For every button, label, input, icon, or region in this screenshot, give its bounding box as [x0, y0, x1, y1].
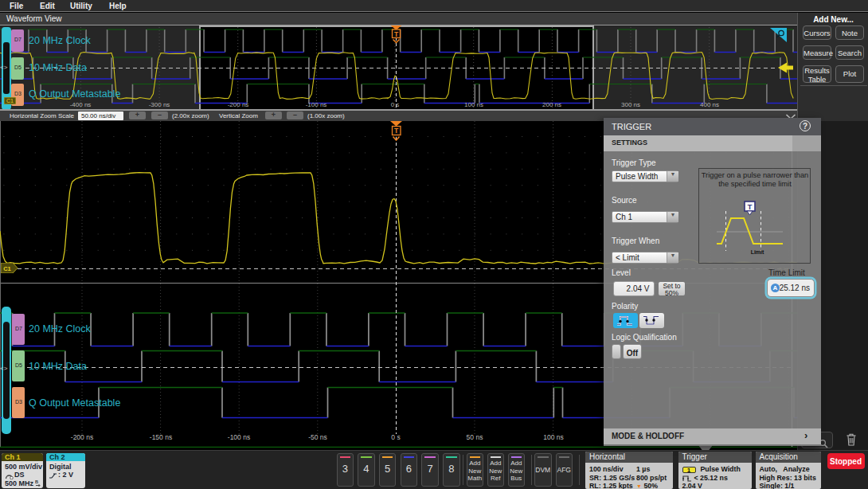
- svg-text:T: T: [748, 203, 753, 211]
- svg-text:-100 ns: -100 ns: [228, 433, 250, 441]
- svg-text:-300 ns: -300 ns: [149, 101, 170, 108]
- svg-text:200 ns: 200 ns: [542, 101, 561, 108]
- svg-text:100 ns: 100 ns: [543, 433, 564, 441]
- svg-text:50 ns: 50 ns: [467, 433, 483, 441]
- svg-text:100 ns: 100 ns: [464, 101, 483, 108]
- svg-text:300 ns: 300 ns: [621, 101, 640, 108]
- svg-text:0 s: 0 s: [391, 433, 400, 441]
- svg-text:-100 ns: -100 ns: [306, 101, 327, 108]
- svg-text:-400 ns: -400 ns: [70, 101, 92, 108]
- svg-text:-150 ns: -150 ns: [150, 433, 172, 441]
- svg-text:B: B: [35, 479, 38, 484]
- svg-text:0 s: 0 s: [391, 101, 400, 108]
- svg-text:C1: C1: [3, 265, 11, 272]
- svg-text:-200 ns: -200 ns: [228, 101, 249, 108]
- svg-text:-50 ns: -50 ns: [308, 433, 327, 441]
- svg-text:Limit: Limit: [751, 249, 764, 255]
- svg-text:400 ns: 400 ns: [700, 101, 719, 108]
- svg-text:T: T: [394, 30, 399, 38]
- svg-text:T: T: [394, 127, 399, 135]
- svg-text:-200 ns: -200 ns: [71, 433, 93, 441]
